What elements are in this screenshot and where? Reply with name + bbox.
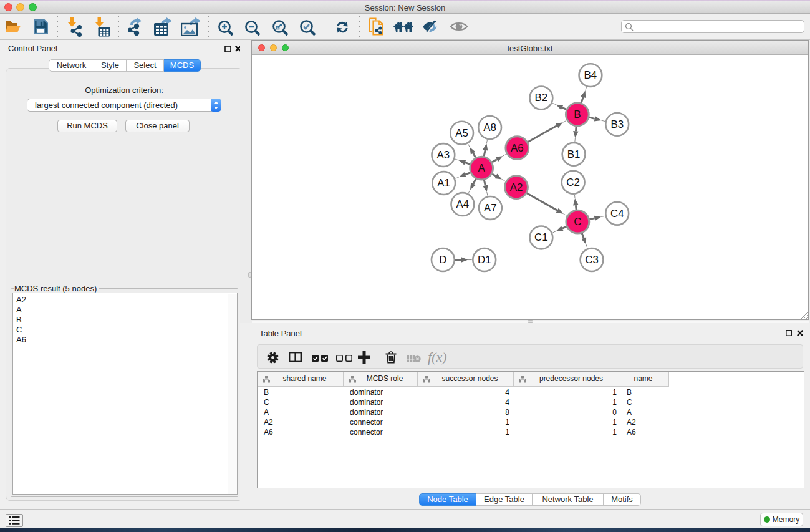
svg-text:A5: A5: [455, 127, 468, 139]
svg-text:A4: A4: [456, 198, 470, 210]
svg-text:A3: A3: [437, 149, 450, 161]
svg-text:B4: B4: [584, 69, 597, 81]
svg-text:A2: A2: [510, 181, 523, 193]
svg-text:D1: D1: [478, 254, 491, 266]
svg-text:A1: A1: [437, 177, 450, 189]
svg-text:A: A: [478, 162, 486, 174]
svg-text:A7: A7: [484, 202, 497, 214]
svg-text:B2: B2: [535, 92, 548, 104]
svg-text:B: B: [574, 109, 581, 120]
svg-text:D: D: [439, 254, 446, 266]
svg-text:C1: C1: [534, 231, 548, 243]
svg-text:C: C: [574, 216, 581, 228]
svg-text:B3: B3: [610, 118, 624, 130]
svg-text:C3: C3: [585, 254, 599, 266]
svg-text:B1: B1: [567, 148, 581, 160]
svg-text:C2: C2: [566, 177, 580, 188]
svg-text:A8: A8: [483, 122, 496, 133]
svg-text:A6: A6: [511, 142, 524, 154]
svg-text:C4: C4: [610, 208, 624, 220]
